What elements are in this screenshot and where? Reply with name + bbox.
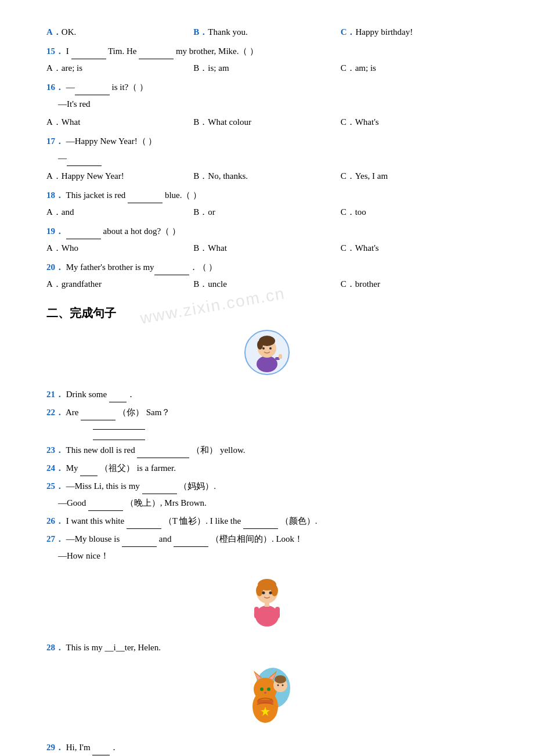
blank-15-1 bbox=[71, 50, 106, 59]
question-17-sub: — bbox=[58, 150, 488, 166]
option-20-C: C．brother bbox=[341, 276, 488, 292]
svg-point-27 bbox=[267, 687, 270, 691]
question-16-sub: —It's red bbox=[58, 96, 488, 112]
option-18-B: B．or bbox=[193, 204, 340, 220]
question-25: 25． —Miss Li, this is my （妈妈）. bbox=[46, 478, 488, 494]
blank-24 bbox=[80, 467, 98, 476]
option-15-C: C．am; is bbox=[341, 60, 488, 76]
options-row-19: A．Who B．What C．What's bbox=[46, 240, 488, 256]
question-26: 26． I want this white （T 恤衫）. I like the… bbox=[46, 513, 488, 529]
svg-point-1 bbox=[257, 356, 277, 372]
svg-point-12 bbox=[256, 585, 263, 596]
svg-rect-16 bbox=[265, 602, 269, 607]
question-27: 27． —My blouse is and （橙白相间的）. Look！ bbox=[46, 531, 488, 547]
svg-point-26 bbox=[260, 687, 264, 691]
svg-rect-18 bbox=[275, 607, 280, 618]
option-16-B: B．What colour bbox=[193, 114, 340, 130]
blank-23 bbox=[137, 449, 189, 458]
option-16-C: C．What's bbox=[341, 114, 488, 130]
options-row-20: A．grandfather B．uncle C．brother bbox=[46, 276, 488, 292]
svg-rect-8 bbox=[279, 354, 282, 359]
svg-point-13 bbox=[271, 585, 278, 596]
question-25-sub: —Good （晚上）, Mrs Brown. bbox=[58, 495, 488, 511]
svg-rect-30 bbox=[257, 700, 273, 703]
option-15-A: A．are; is bbox=[46, 60, 193, 76]
question-28: 28． This is my __i__ter, Helen. bbox=[46, 640, 488, 656]
question-16: 16． — is it?（ ） bbox=[46, 80, 488, 95]
blank-26-2 bbox=[243, 520, 278, 529]
option-18-A: A．and bbox=[46, 204, 193, 220]
answer-lines-22 bbox=[93, 422, 488, 440]
option-19-B: B．What bbox=[193, 240, 340, 256]
svg-point-21 bbox=[254, 678, 277, 701]
options-row-16: A．What B．What colour C．What's bbox=[46, 114, 488, 130]
blank-15-2 bbox=[139, 50, 174, 59]
blank-27-2 bbox=[174, 538, 208, 547]
option-20-B: B．uncle bbox=[193, 276, 340, 292]
blank-27-1 bbox=[122, 538, 157, 547]
options-row-15: A．are; is B．is; am C．am; is bbox=[46, 60, 488, 76]
svg-point-32 bbox=[275, 675, 286, 683]
svg-point-34 bbox=[282, 685, 284, 686]
blank-25-2 bbox=[88, 502, 123, 511]
svg-point-4 bbox=[257, 340, 263, 350]
svg-point-14 bbox=[262, 592, 265, 595]
blank-16 bbox=[75, 86, 110, 95]
svg-rect-17 bbox=[254, 607, 259, 618]
option-16-A: A．What bbox=[46, 114, 193, 130]
blank-25-1 bbox=[142, 485, 177, 494]
blank-22 bbox=[81, 411, 116, 420]
question-29: 29． Hi, I'm ． bbox=[46, 740, 488, 755]
question-18: 18． This jacket is red blue.（ ） bbox=[46, 188, 488, 203]
question-23: 23． This new doll is red （和） yellow. bbox=[46, 442, 488, 458]
question-21: 21． Drink some ． bbox=[46, 387, 488, 402]
option-17-A: A．Happy New Year! bbox=[46, 168, 193, 184]
options-row-17: A．Happy New Year! B．No, thanks. C．Yes, I… bbox=[46, 168, 488, 184]
question-15: 15． I Tim. He my brother, Mike.（ ） bbox=[46, 44, 488, 59]
svg-point-6 bbox=[269, 347, 272, 350]
blank-20 bbox=[154, 266, 189, 275]
blank-29 bbox=[92, 746, 110, 755]
question-24: 24． My （祖父） is a farmer. bbox=[46, 460, 488, 476]
boy-avatar-svg bbox=[244, 329, 290, 376]
option-20-A: A．grandfather bbox=[46, 276, 193, 292]
option-19-C: C．What's bbox=[341, 240, 488, 256]
options-row-0: A．OK. B．Thank you. C．Happy birthday! bbox=[46, 24, 488, 40]
section-2-title: 二、完成句子 bbox=[46, 303, 488, 323]
blank-26-1 bbox=[127, 520, 161, 529]
girl-avatar-svg bbox=[244, 571, 290, 629]
option-19-A: A．Who bbox=[46, 240, 193, 256]
boy-image-container bbox=[46, 329, 488, 381]
option-18-C: C．too bbox=[341, 204, 488, 220]
options-row-18: A．and B．or C．too bbox=[46, 204, 488, 220]
girl-image-container bbox=[46, 571, 488, 634]
option-17-C: C．Yes, I am bbox=[341, 168, 488, 184]
svg-point-33 bbox=[277, 685, 279, 686]
question-27-sub: —How nice！ bbox=[58, 548, 488, 564]
option-0-C: C．Happy birthday! bbox=[341, 24, 488, 40]
cat-image-container bbox=[46, 665, 488, 734]
svg-point-28 bbox=[264, 692, 266, 694]
question-19: 19． about a hot dog?（ ） bbox=[46, 224, 488, 239]
blank-17 bbox=[67, 157, 102, 166]
question-22: 22． Are （你） Sam？ bbox=[46, 405, 488, 420]
blank-19 bbox=[66, 230, 101, 239]
svg-point-15 bbox=[269, 592, 272, 595]
blank-18 bbox=[128, 194, 163, 203]
question-17: 17． —Happy New Year!（ ） bbox=[46, 134, 488, 149]
option-17-B: B．No, thanks. bbox=[193, 168, 340, 184]
option-15-B: B．is; am bbox=[193, 60, 340, 76]
option-0-A: A．OK. bbox=[46, 24, 193, 40]
option-0-B: B．Thank you. bbox=[193, 24, 340, 40]
svg-point-5 bbox=[262, 347, 265, 350]
question-20: 20． My father's brother is my．（ ） bbox=[46, 260, 488, 275]
blank-21 bbox=[109, 393, 127, 402]
cat-avatar-svg bbox=[241, 665, 293, 729]
